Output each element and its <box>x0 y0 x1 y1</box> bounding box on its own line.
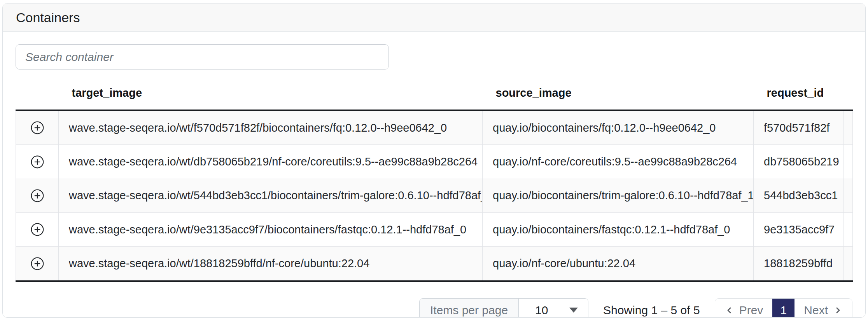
containers-table: target_image source_image request_id <box>16 70 853 282</box>
sliver-cell <box>844 247 853 281</box>
table-body: wave.stage-seqera.io/wt/f570d571f82f/bio… <box>16 110 853 281</box>
request-id-cell: f570d571f82f <box>754 110 844 145</box>
request-id-cell: 544bd3eb3cc1 <box>754 179 844 212</box>
items-per-page-group: Items per page 10 <box>419 298 588 318</box>
table-row: wave.stage-seqera.io/wt/9e3135acc9f7/bio… <box>16 213 853 247</box>
column-header-request-id: request_id <box>754 70 844 110</box>
sliver-cell <box>844 110 853 145</box>
page-1-button[interactable]: 1 <box>772 299 794 318</box>
circled-plus-icon <box>30 223 44 235</box>
expand-row-button[interactable] <box>16 213 59 247</box>
next-label: Next <box>804 304 828 317</box>
column-header-sliver <box>844 70 853 110</box>
page-size-value: 10 <box>535 304 548 317</box>
search-input[interactable] <box>16 44 389 70</box>
source-image-cell: quay.io/nf-core/coreutils:9.5--ae99c88a9… <box>483 145 754 179</box>
target-image-cell: wave.stage-seqera.io/wt/18818259bffd/nf-… <box>59 247 483 281</box>
table-row: wave.stage-seqera.io/wt/f570d571f82f/bio… <box>16 110 853 145</box>
card-body: target_image source_image request_id <box>3 32 865 318</box>
expand-row-button[interactable] <box>16 110 59 145</box>
prev-label: Prev <box>739 304 763 317</box>
circled-plus-icon <box>30 256 44 269</box>
column-header-expand <box>16 70 59 110</box>
pager: Prev 1 Next <box>715 298 852 318</box>
expand-row-button[interactable] <box>16 179 59 212</box>
next-page-button[interactable]: Next <box>794 299 852 318</box>
card-header: Containers <box>3 3 865 32</box>
target-image-cell: wave.stage-seqera.io/wt/544bd3eb3cc1/bio… <box>59 179 483 212</box>
expand-row-button[interactable] <box>16 247 59 281</box>
chevron-left-icon <box>724 306 734 315</box>
pagination-bar: Items per page 10 Showing 1 – 5 of 5 Pre… <box>16 298 852 318</box>
column-header-source-image: source_image <box>483 70 754 110</box>
table-row: wave.stage-seqera.io/wt/18818259bffd/nf-… <box>16 247 853 281</box>
source-image-cell: quay.io/nf-core/ubuntu:22.04 <box>483 247 754 281</box>
column-header-target-image: target_image <box>59 70 483 110</box>
table-row: wave.stage-seqera.io/wt/db758065b219/nf-… <box>16 145 853 179</box>
expand-row-button[interactable] <box>16 145 59 179</box>
source-image-cell: quay.io/biocontainers/fastqc:0.12.1--hdf… <box>483 213 754 247</box>
items-per-page-label: Items per page <box>420 299 519 318</box>
target-image-cell: wave.stage-seqera.io/wt/db758065b219/nf-… <box>59 145 483 179</box>
target-image-cell: wave.stage-seqera.io/wt/f570d571f82f/bio… <box>59 110 483 145</box>
sliver-cell <box>844 179 853 212</box>
source-image-cell: quay.io/biocontainers/trim-galore:0.6.10… <box>483 179 754 212</box>
circled-plus-icon <box>30 121 44 133</box>
target-image-cell: wave.stage-seqera.io/wt/9e3135acc9f7/bio… <box>59 213 483 247</box>
table-header-row: target_image source_image request_id <box>16 70 853 110</box>
page-title: Containers <box>16 10 80 25</box>
showing-range-text: Showing 1 – 5 of 5 <box>603 304 700 317</box>
caret-down-icon <box>569 308 578 313</box>
chevron-right-icon <box>833 306 843 315</box>
sliver-cell <box>844 213 853 247</box>
page-size-select[interactable]: 10 <box>519 299 588 318</box>
source-image-cell: quay.io/biocontainers/fq:0.12.0--h9ee064… <box>483 110 754 145</box>
containers-card: Containers target_image source_image req… <box>2 3 866 318</box>
prev-page-button[interactable]: Prev <box>715 299 773 318</box>
request-id-cell: 9e3135acc9f7 <box>754 213 844 247</box>
request-id-cell: 18818259bffd <box>754 247 844 281</box>
circled-plus-icon <box>30 189 44 201</box>
circled-plus-icon <box>30 155 44 167</box>
sliver-cell <box>844 145 853 179</box>
request-id-cell: db758065b219 <box>754 145 844 179</box>
table-row: wave.stage-seqera.io/wt/544bd3eb3cc1/bio… <box>16 179 853 212</box>
